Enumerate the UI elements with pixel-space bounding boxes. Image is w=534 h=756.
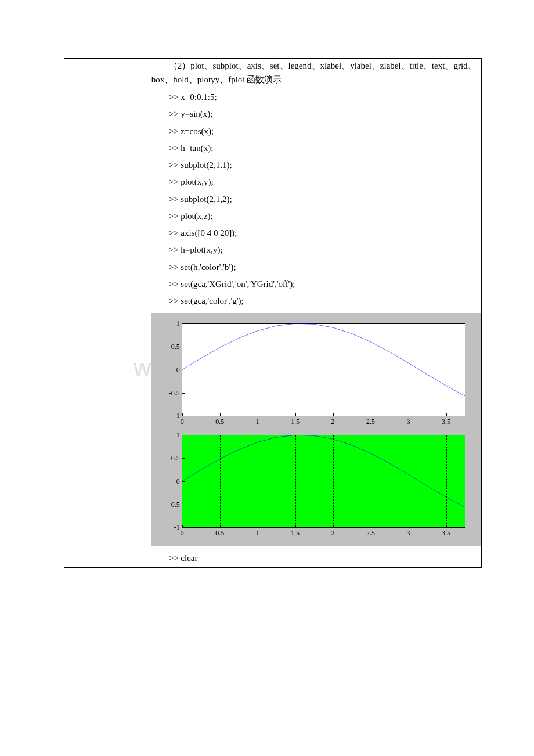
xtick-mark bbox=[371, 413, 371, 416]
ytick-mark bbox=[182, 527, 185, 528]
ytick-label: 1 bbox=[164, 319, 180, 328]
code-line: >> y=sin(x); bbox=[169, 106, 481, 123]
xtick-label: 0 bbox=[181, 529, 184, 538]
code-line: >> set(gca,'XGrid','on','YGrid','off'); bbox=[169, 276, 481, 293]
code-line: >> set(h,'color','b'); bbox=[169, 259, 481, 276]
curve-svg bbox=[182, 435, 465, 527]
ytick-mark bbox=[182, 458, 185, 459]
xtick-label: 0.5 bbox=[215, 529, 224, 538]
xtick-label: 1 bbox=[256, 529, 259, 538]
empty-left-cell bbox=[64, 59, 151, 568]
ytick-label: 0.5 bbox=[164, 343, 180, 351]
gridline-vertical bbox=[371, 435, 371, 527]
ytick-label: 0 bbox=[164, 365, 180, 374]
xtick-label: 0 bbox=[181, 417, 184, 426]
plot-panel-bottom: -1-0.500.5100.511.522.533.5 bbox=[182, 435, 465, 528]
xtick-label: 1.5 bbox=[291, 417, 300, 426]
xtick-label: 3 bbox=[407, 417, 410, 426]
xtick-label: 1.5 bbox=[291, 529, 300, 538]
ytick-label: 0.5 bbox=[164, 454, 180, 463]
xtick-label: 0.5 bbox=[215, 417, 224, 426]
gridline-vertical bbox=[333, 435, 334, 527]
ytick-mark bbox=[182, 416, 185, 416]
gridline-vertical bbox=[409, 435, 409, 527]
code-line: >> set(gca,'color','g'); bbox=[169, 293, 481, 309]
gridline-vertical bbox=[295, 435, 296, 527]
code-line: >> plot(x,y); bbox=[169, 174, 481, 190]
ytick-label: -1 bbox=[164, 523, 180, 532]
gridline-vertical bbox=[258, 435, 258, 527]
xtick-label: 1 bbox=[256, 417, 259, 426]
xtick-label: 3 bbox=[407, 529, 410, 538]
xtick-label: 3.5 bbox=[442, 529, 450, 538]
xtick-mark bbox=[258, 413, 258, 416]
xtick-label: 3.5 bbox=[442, 417, 450, 426]
code-line: >> subplot(2,1,1); bbox=[169, 157, 481, 174]
code-line: >> h=plot(x,y); bbox=[169, 242, 481, 258]
ytick-mark bbox=[182, 481, 185, 482]
plot-panel-top: -1-0.500.5100.511.522.533.5 bbox=[182, 323, 465, 416]
xtick-mark bbox=[409, 413, 409, 416]
chart-figure: -1-0.500.5100.511.522.533.5 -1-0.500.510… bbox=[151, 313, 481, 546]
ytick-mark bbox=[182, 505, 185, 505]
xtick-mark bbox=[446, 413, 447, 416]
ytick-mark bbox=[182, 347, 185, 347]
ytick-label: -0.5 bbox=[164, 388, 180, 397]
ytick-mark bbox=[182, 393, 185, 394]
curve-svg bbox=[182, 323, 465, 416]
xtick-mark bbox=[220, 413, 221, 416]
ytick-mark bbox=[182, 435, 185, 435]
document-table: （2）plot、subplot、axis、set、legend、xlabel、y… bbox=[64, 58, 482, 568]
code-line: >> z=cos(x); bbox=[169, 123, 481, 140]
xtick-mark bbox=[182, 525, 183, 527]
ytick-label: -0.5 bbox=[164, 500, 180, 509]
xtick-label: 2.5 bbox=[366, 529, 375, 538]
section-heading: （2）plot、subplot、axis、set、legend、xlabel、y… bbox=[151, 59, 481, 87]
ytick-label: 1 bbox=[164, 431, 180, 440]
content-cell: （2）plot、subplot、axis、set、legend、xlabel、y… bbox=[151, 59, 481, 568]
xtick-mark bbox=[295, 413, 296, 416]
ytick-label: 0 bbox=[164, 477, 180, 485]
code-line: >> h=tan(x); bbox=[169, 140, 481, 157]
code-line: >> plot(x,z); bbox=[169, 208, 481, 225]
gridline-vertical bbox=[220, 435, 221, 527]
code-line: >> x=0:0.1:5; bbox=[169, 89, 481, 106]
ytick-label: -1 bbox=[164, 412, 180, 420]
xtick-mark bbox=[182, 413, 183, 416]
xtick-label: 2 bbox=[331, 529, 335, 538]
code-line: >> subplot(2,1,2); bbox=[169, 191, 481, 208]
ytick-mark bbox=[182, 323, 185, 324]
code-line: >> axis([0 4 0 20]); bbox=[169, 225, 481, 242]
xtick-label: 2 bbox=[331, 417, 335, 426]
code-line: >> clear bbox=[169, 550, 481, 567]
ytick-mark bbox=[182, 370, 185, 370]
gridline-vertical bbox=[446, 435, 447, 527]
xtick-mark bbox=[333, 413, 334, 416]
xtick-label: 2.5 bbox=[366, 417, 375, 426]
